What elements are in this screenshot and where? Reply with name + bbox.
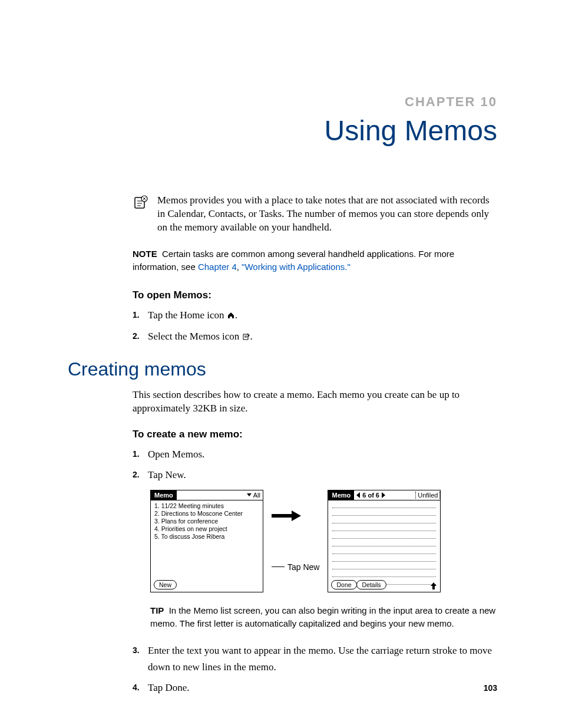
link-working-with-applications[interactable]: "Working with Applications." — [242, 262, 351, 272]
memo-list-item[interactable]: 1. 11/22 Meeting minutes — [154, 502, 263, 510]
memo-list-filter[interactable]: All — [247, 492, 263, 499]
callout-leader — [272, 566, 285, 567]
done-button[interactable]: Done — [331, 580, 356, 589]
memo-detail-title: Memo — [328, 490, 354, 500]
section-intro: This section describes how to create a m… — [133, 388, 497, 416]
memo-list-item[interactable]: 4. Priorities on new project — [154, 525, 263, 533]
create-step-4: 4.Tap Done. — [133, 680, 497, 696]
callout-tap-new: Tap New — [287, 562, 319, 572]
new-button[interactable]: New — [154, 580, 177, 589]
memo-nav[interactable]: 6 of 6 — [356, 492, 385, 499]
create-step-3: 3.Enter the text you want to appear in t… — [133, 643, 497, 674]
tip-label: TIP — [150, 605, 164, 615]
details-button[interactable]: Details — [356, 580, 386, 589]
intro-text: Memos provides you with a place to take … — [157, 194, 497, 235]
note-label: NOTE — [133, 249, 157, 259]
chapter-label: CHAPTER 10 — [68, 94, 497, 110]
next-icon[interactable] — [382, 492, 385, 498]
memo-text-area[interactable] — [328, 502, 440, 585]
open-memos-heading: To open Memos: — [133, 289, 497, 301]
create-step-2: 2.Tap New. — [133, 467, 497, 483]
memo-list-item[interactable]: 5. To discuss Jose Ribera — [154, 533, 263, 541]
memo-list-item[interactable]: 3. Plans for conference — [154, 518, 263, 525]
prev-icon[interactable] — [356, 492, 360, 498]
open-step-1: 1.Tap the Home icon . — [133, 307, 497, 323]
section-creating-memos: Creating memos — [68, 358, 497, 380]
create-memo-heading: To create a new memo: — [133, 429, 497, 440]
home-icon — [227, 308, 235, 317]
dropdown-icon — [247, 493, 252, 496]
memo-detail-screen: Memo 6 of 6 Unfiled Done Details — [328, 490, 441, 592]
memo-counter: 6 of 6 — [362, 492, 379, 499]
scroll-up-icon[interactable] — [431, 582, 437, 589]
page-number: 103 — [484, 683, 497, 693]
memo-icon — [133, 194, 149, 210]
chapter-title: Using Memos — [68, 114, 497, 147]
memo-list-item[interactable]: 2. Directions to Moscone Center — [154, 510, 263, 518]
note-block: NOTE Certain tasks are common among seve… — [133, 248, 497, 274]
memo-list-title: Memo — [151, 490, 177, 500]
tip-text: In the Memo list screen, you can also be… — [150, 605, 495, 628]
arrow-icon — [272, 510, 301, 521]
tip-block: TIP In the Memo list screen, you can als… — [150, 604, 497, 630]
category-selector[interactable]: Unfiled — [415, 492, 440, 499]
create-step-1: 1.Open Memos. — [133, 446, 497, 462]
memos-app-icon — [242, 330, 250, 338]
memo-list-screen: Memo All 1. 11/22 Meeting minutes 2. Dir… — [150, 490, 263, 592]
open-step-2: 2.Select the Memos icon . — [133, 328, 497, 344]
link-chapter-4[interactable]: Chapter 4 — [198, 262, 237, 272]
screenshot-row: Memo All 1. 11/22 Meeting minutes 2. Dir… — [150, 490, 497, 592]
svg-rect-3 — [272, 514, 292, 518]
